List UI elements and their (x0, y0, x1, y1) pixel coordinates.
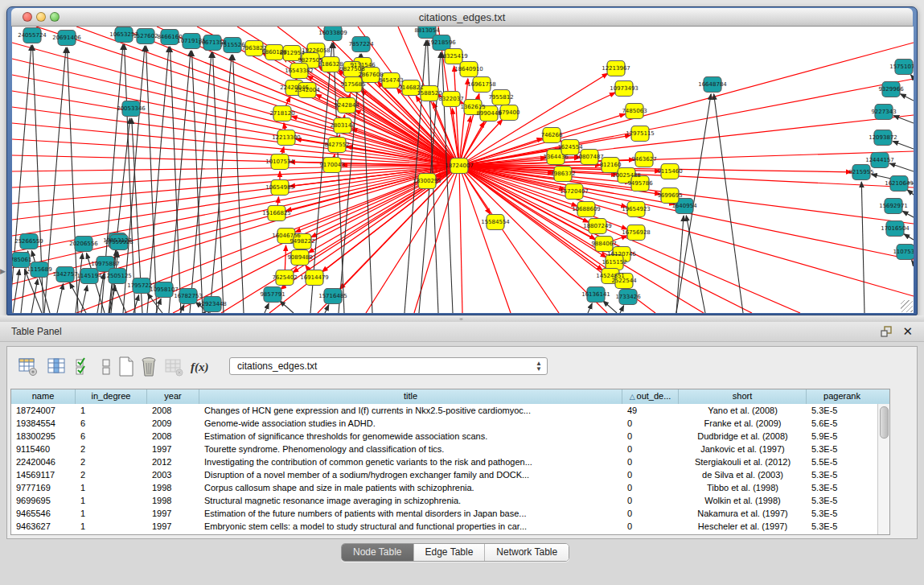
column-header-short[interactable]: short (679, 389, 807, 404)
scrollbar-thumb[interactable] (880, 406, 889, 439)
table-cell: 9777169 (11, 481, 76, 494)
table-cell: 0 (622, 520, 679, 533)
svg-text:24055724: 24055724 (18, 32, 47, 39)
svg-text:17016504: 17016504 (881, 225, 910, 232)
table-cell: 1998 (147, 494, 199, 507)
table-cell: Yano et al. (2008) (679, 404, 807, 417)
table-row[interactable]: 1872400712008Changes of HCN gene express… (11, 404, 877, 417)
table-cell: 2 (76, 455, 147, 468)
delete-table-button[interactable] (165, 356, 184, 377)
network-window-titlebar[interactable]: citations_edges.txt (11, 8, 913, 27)
column-header-in-degree[interactable]: in_degree (76, 389, 147, 404)
collapse-west-panel-icon[interactable]: ▶ (0, 267, 6, 275)
column-header-name[interactable]: name (11, 389, 76, 404)
cytoscape-app: citations_edges.txt 24055724206914061065… (0, 0, 924, 585)
table-panel-header: Table Panel ✕ (0, 322, 924, 342)
svg-text:2522544: 2522544 (611, 278, 637, 284)
svg-text:9242844: 9242844 (334, 102, 359, 109)
svg-text:12505125: 12505125 (103, 273, 132, 279)
svg-text:9498222: 9498222 (290, 238, 314, 245)
table-row[interactable]: 2242004622012Investigating the contribut… (11, 455, 877, 468)
svg-text:9115460: 9115460 (657, 168, 682, 175)
table-cell: 0 (622, 494, 679, 507)
svg-text:10958107: 10958107 (150, 286, 179, 293)
tab-edge-table[interactable]: Edge Table (414, 544, 486, 561)
column-header-out-degree[interactable]: △out_de... (622, 389, 679, 404)
table-cell: 5.9E-5 (807, 430, 877, 443)
table-row[interactable]: 1938455462009Genome-wide association stu… (11, 417, 877, 430)
show-column-button[interactable] (47, 356, 67, 377)
attribute-browser: f(x) citations_edges.txt ▲▼ name in_degr… (6, 346, 918, 539)
svg-text:8427552: 8427552 (324, 142, 349, 148)
svg-text:9857791: 9857791 (260, 291, 285, 298)
svg-text:9495786: 9495786 (627, 180, 653, 187)
svg-text:9170043: 9170043 (319, 162, 344, 168)
svg-text:1527602: 1527602 (133, 33, 158, 39)
table-mode-button[interactable] (18, 356, 38, 377)
function-builder-button[interactable]: f(x) (191, 356, 210, 377)
table-panel: Table Panel ✕ (0, 322, 924, 585)
column-header-pagerank[interactable]: pagerank (807, 389, 877, 404)
svg-text:9329966: 9329966 (878, 86, 904, 93)
tab-node-table[interactable]: Node Table (342, 544, 414, 561)
svg-text:746266: 746266 (541, 132, 563, 138)
combobox-stepper-icon[interactable]: ▲▼ (536, 360, 542, 372)
network-graph-canvas[interactable]: 2405572420691406106532571527602846616010… (12, 27, 914, 313)
table-row[interactable]: 911546021997Tourette syndrome. Phenomeno… (11, 443, 877, 455)
table-cell: 18724007 (11, 404, 76, 417)
table-vertical-scrollbar[interactable] (877, 404, 889, 534)
svg-text:16756928: 16756928 (622, 229, 651, 236)
new-table-button[interactable] (117, 356, 137, 377)
column-header-title[interactable]: title (199, 389, 622, 404)
float-panel-icon[interactable] (881, 326, 892, 337)
splitter-handle[interactable] (459, 317, 463, 320)
svg-text:15166825: 15166825 (262, 210, 291, 216)
tab-network-table[interactable]: Network Table (485, 544, 569, 561)
table-cell: 1997 (147, 520, 199, 533)
svg-text:785061: 785061 (12, 257, 31, 263)
select-columns-button[interactable] (75, 356, 94, 377)
table-cell: 1 (76, 481, 147, 494)
svg-text:15692971: 15692971 (879, 203, 908, 209)
delete-column-button[interactable] (140, 356, 159, 377)
table-cell: 1 (76, 494, 147, 507)
svg-text:10107534: 10107534 (265, 159, 294, 165)
table-row[interactable]: 1456911722003Disruption of a novel membe… (11, 468, 877, 481)
table-cell: Tourette syndrome. Phenomenology and cla… (199, 443, 622, 455)
table-row[interactable]: 946554611997Estimation of the future num… (11, 507, 877, 520)
close-panel-icon[interactable]: ✕ (902, 324, 913, 339)
horizontal-splitter[interactable] (0, 315, 924, 322)
svg-text:10654985: 10654985 (265, 184, 294, 191)
svg-text:16914479: 16914479 (300, 274, 329, 281)
column-header-year[interactable]: year (147, 389, 199, 404)
table-row[interactable]: 946362711997Embryonic stem cells: a mode… (11, 520, 877, 533)
svg-text:9089489: 9089489 (287, 254, 312, 261)
table-cell: 5.3E-5 (807, 404, 877, 417)
table-cell: 1998 (147, 481, 199, 494)
svg-text:16961758: 16961758 (467, 81, 496, 88)
table-body: 1872400712008Changes of HCN gene express… (11, 404, 877, 534)
table-row[interactable]: 977716911998Corpus callosum shape and si… (11, 481, 877, 494)
table-cell: Wolkin et al. (1998) (679, 494, 807, 507)
svg-text:10807487: 10807487 (575, 154, 604, 160)
table-row[interactable]: 1830029562008Estimation of significance … (11, 430, 877, 443)
table-select-combobox[interactable]: citations_edges.txt ▲▼ (229, 357, 548, 375)
table-row[interactable]: 969969511998Structural magnetic resonanc… (11, 494, 877, 507)
svg-text:1624554: 1624554 (557, 144, 583, 150)
table-cell: Stergiakouli et al. (2012) (679, 455, 807, 468)
svg-text:12923448: 12923448 (198, 301, 227, 307)
svg-text:16136141: 16136141 (581, 291, 610, 298)
svg-text:12213300: 12213300 (272, 134, 301, 141)
citation-network-graph[interactable]: 2405572420691406106532571527602846616010… (12, 27, 914, 313)
svg-text:1115689: 1115689 (27, 266, 51, 273)
table-cell: 0 (622, 417, 679, 430)
resize-grip-icon[interactable] (901, 300, 913, 312)
table-cell: 9463627 (11, 520, 76, 533)
svg-text:9699695: 9699695 (657, 192, 682, 199)
svg-text:15720407: 15720407 (560, 188, 589, 195)
svg-text:1362615: 1362615 (460, 104, 485, 110)
svg-text:812160: 812160 (600, 162, 622, 168)
svg-text:1145194: 1145194 (76, 273, 102, 279)
row-height-button[interactable] (98, 356, 117, 377)
svg-text:15751074: 15751074 (889, 64, 914, 70)
